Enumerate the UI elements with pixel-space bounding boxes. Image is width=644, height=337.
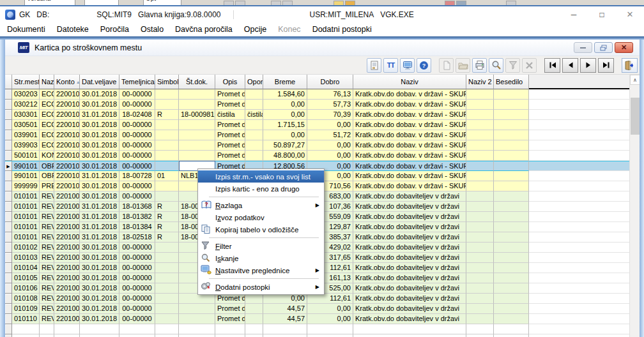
context-menu-item-izpis-kartic-eno-za-drugo[interactable]: Izpis kartic - eno za drugo (198, 183, 324, 195)
cell-bes[interactable] (494, 314, 529, 324)
view-button[interactable] (400, 58, 415, 73)
cell-naziv[interactable] (353, 334, 466, 337)
cell-naziv[interactable]: Kratk.obv.do dobaviteljev v državi (353, 283, 466, 294)
cell-sim[interactable] (155, 304, 179, 314)
cell-fill[interactable] (529, 294, 629, 304)
cell-naziv2[interactable] (466, 243, 494, 253)
row-selector[interactable] (5, 110, 12, 120)
cell-bes[interactable] (494, 161, 529, 171)
cell-naziv[interactable]: Kratk.obv.do dobaviteljev v državi (353, 202, 466, 212)
table-row[interactable]: 010110REV22010030.01.201800-00000Promet … (5, 314, 640, 324)
nav-first-button[interactable] (544, 58, 560, 73)
cell-naziv[interactable]: Kratk.obv.do dobaviteljev v državi (353, 273, 466, 283)
cell-fill[interactable] (529, 263, 629, 273)
column-header-t-dok[interactable]: Št.dok. (179, 75, 215, 89)
row-selector[interactable] (5, 304, 12, 314)
cell-sm[interactable]: 010110 (12, 314, 40, 324)
context-menu-item-iskanje[interactable]: Iskanje (198, 252, 324, 264)
cell-sim[interactable] (155, 324, 179, 334)
cell-naz[interactable]: ECO (40, 110, 54, 120)
cell-sim[interactable] (155, 181, 179, 191)
cell-opor[interactable] (245, 304, 263, 314)
cell-bes[interactable] (494, 243, 529, 253)
cell-opis[interactable]: Promet do (215, 151, 245, 161)
cell-naz[interactable]: REV (40, 263, 54, 273)
column-header-simbol[interactable]: Simbol (155, 75, 179, 89)
cell-dat[interactable] (80, 324, 119, 334)
menubar-item-konec[interactable]: Konec (272, 24, 306, 35)
cell-sim[interactable] (155, 334, 179, 337)
cell-sm[interactable]: 990101 (12, 171, 40, 181)
cell-konto[interactable]: 220100 (54, 273, 80, 283)
row-selector[interactable] (5, 191, 12, 202)
cell-naz[interactable]: REV (40, 283, 54, 294)
cell-konto[interactable]: 220010 (54, 100, 80, 110)
menubar-item-poro-ila[interactable]: Poročila (95, 24, 135, 35)
cell-naziv2[interactable] (466, 100, 494, 110)
cell-naz[interactable]: ECO (40, 140, 54, 151)
table-row[interactable]: 039903ECO22001030.01.201800-00000Promet … (5, 140, 640, 151)
row-selector[interactable] (5, 151, 12, 161)
cell-naziv[interactable]: Kratk.obv.do dobaviteljev v državi (353, 243, 466, 253)
cell-bes[interactable] (494, 120, 529, 130)
cell-tem[interactable]: 00-00000 (119, 253, 155, 263)
menubar-item-ostalo[interactable]: Ostalo (135, 24, 169, 35)
cell-naziv[interactable]: Kratk.obv.do dobaviteljev v državi (353, 222, 466, 232)
cell-bes[interactable] (494, 191, 529, 202)
table-row[interactable]: 030212ECO22001030.01.201800-00000Promet … (5, 100, 640, 110)
cell-sm[interactable]: 039903 (12, 140, 40, 151)
cell-opor[interactable] (245, 314, 263, 324)
menubar-item-dav-na-poro-ila[interactable]: Davčna poročila (169, 24, 238, 35)
cell-sim[interactable] (155, 283, 179, 294)
cell-konto[interactable]: 220100 (54, 304, 80, 314)
cell-sim[interactable] (155, 314, 179, 324)
cell-dobro[interactable]: 0,00 (307, 304, 353, 314)
cell-naziv[interactable]: Kratk.obv.do dobav. v državi - SKUP (353, 130, 466, 140)
cell-dat[interactable]: 30.01.2018 (80, 294, 119, 304)
cell-naz[interactable]: OBR (40, 171, 54, 181)
row-selector[interactable] (5, 324, 12, 334)
cell-naziv[interactable]: Kratk.obv.do dobav. v državi - SKUP (353, 161, 466, 171)
cell-tem[interactable]: 00-00000 (119, 304, 155, 314)
cell-naziv2[interactable] (466, 171, 494, 181)
cell-naz[interactable]: REV (40, 273, 54, 283)
cell-naz[interactable]: REV (40, 222, 54, 232)
row-selector[interactable] (5, 222, 12, 232)
cell-naz[interactable]: KON (40, 151, 54, 161)
cell-naziv[interactable] (353, 324, 466, 334)
cell-opor[interactable] (245, 100, 263, 110)
print-button[interactable] (472, 58, 487, 73)
cell-tem[interactable] (119, 324, 155, 334)
cell-konto[interactable]: 220010 (54, 181, 80, 191)
cell-dat[interactable]: 31.01.2018 (80, 110, 119, 120)
cell-naziv2[interactable] (466, 161, 494, 171)
row-selector[interactable] (5, 243, 12, 253)
cell-konto[interactable]: 220100 (54, 263, 80, 273)
table-row[interactable] (5, 324, 640, 334)
cell-breme[interactable]: 0,00 (263, 294, 307, 304)
cell-naz[interactable]: REV (40, 191, 54, 202)
cell-dobro[interactable]: 0,00 (307, 140, 353, 151)
cell-sim[interactable]: R (155, 212, 179, 222)
cell-naziv[interactable]: Kratk.obv.do dobav. v državi - SKUP (353, 181, 466, 191)
cell-konto[interactable]: 220100 (54, 253, 80, 263)
cell-opor[interactable] (245, 334, 263, 337)
cell-konto[interactable]: 220100 (54, 212, 80, 222)
cell-opis[interactable]: Promet do (215, 314, 245, 324)
column-header-str-mesto[interactable]: Str.mesto (12, 75, 40, 89)
cell-fill[interactable] (529, 181, 629, 191)
cell-naziv2[interactable] (466, 294, 494, 304)
cell-sim[interactable] (155, 161, 179, 171)
cell-konto[interactable]: 220010 (54, 89, 80, 100)
cell-naziv[interactable]: Kratk.obv.do dobaviteljev v državi (353, 314, 466, 324)
cell-opis[interactable]: Promet do (215, 294, 245, 304)
cell-fill[interactable] (529, 273, 629, 283)
row-selector[interactable] (5, 294, 12, 304)
cell-tem[interactable]: 18-00728 (119, 171, 155, 181)
cell-sm[interactable]: 999999 (12, 181, 40, 191)
cell-naz[interactable]: REV (40, 212, 54, 222)
cell-dobro[interactable]: 0,00 (307, 151, 353, 161)
cell-konto[interactable]: 220100 (54, 314, 80, 324)
cell-sim[interactable] (155, 273, 179, 283)
cell-naz[interactable]: REV (40, 314, 54, 324)
